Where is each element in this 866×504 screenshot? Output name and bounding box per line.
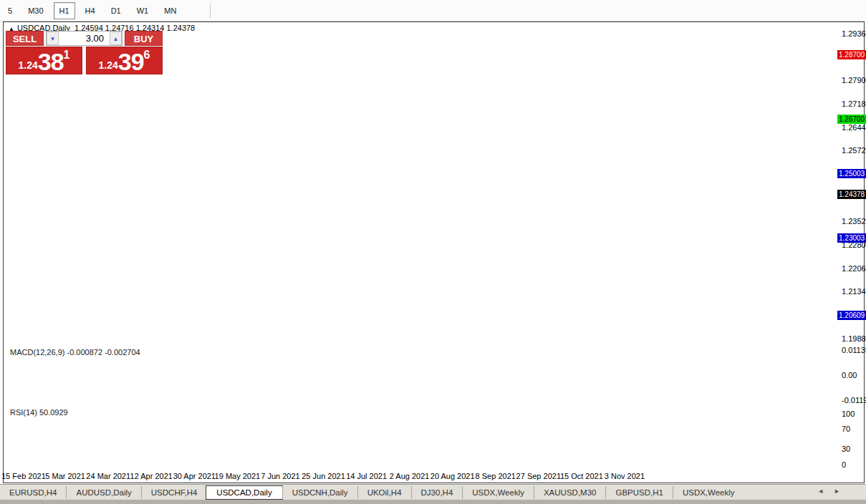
volume-increase-button[interactable]: ▲ <box>110 32 122 45</box>
volume-stepper: ▼ 3.00 ▲ <box>46 31 122 46</box>
date-tick-label: 3 Nov 2021 <box>605 472 645 480</box>
timeframe-button-h4[interactable]: H4 <box>80 2 101 19</box>
sell-price-sup: 1 <box>64 47 70 62</box>
mt4-window: 5M30H1H4D1W1MN ▲USDCAD,Daily 1.24594 1.2… <box>0 0 866 504</box>
current-price-tag: 1.24378 <box>837 190 866 199</box>
price-tick-label: 1.25720 <box>842 146 866 155</box>
macd-tick-label: -0.011904 <box>842 396 866 404</box>
chart-tab-eurusd-h4[interactable]: EURUSD,H4 <box>0 486 66 499</box>
buy-price-prefix: 1.24 <box>99 59 118 74</box>
rsi-tick-label: 70 <box>842 425 850 433</box>
price-level-tag-1.25003: 1.25003 <box>837 169 866 178</box>
macd-tick-label: 0.01135 <box>842 346 866 354</box>
timeframe-toolbar: 5M30H1H4D1W1MN <box>0 0 866 21</box>
timeframe-button-w1[interactable]: W1 <box>131 2 155 19</box>
sell-button[interactable]: SELL <box>6 31 44 46</box>
timeframe-button-h1[interactable]: H1 <box>54 2 75 19</box>
timeframe-button-5[interactable]: 5 <box>2 2 18 19</box>
date-tick-label: 24 Mar 2021 <box>86 472 130 480</box>
sell-price[interactable]: 1.24381 <box>6 47 82 74</box>
rsi-tick-label: 30 <box>842 445 850 453</box>
chart-tab-usdchf-h4[interactable]: USDCHF,H4 <box>141 486 207 499</box>
rsi-tick-label: 0 <box>842 460 846 469</box>
price-tick-label: 1.26440 <box>842 123 866 132</box>
chart-tab-usdx-weekly[interactable]: USDX,Weekly <box>673 486 744 499</box>
price-tick-label: 1.22060 <box>842 264 866 273</box>
macd-tick-label: 0.00 <box>842 371 857 379</box>
buy-button[interactable]: BUY <box>125 31 163 46</box>
chart-tab-usdcnh-daily[interactable]: USDCNH,Daily <box>282 486 357 499</box>
date-tick-label: 15 Feb 2021 <box>1 472 46 480</box>
status-strip <box>0 500 866 504</box>
price-tick-label: 1.27180 <box>842 100 866 108</box>
date-tick-label: 27 Sep 2021 <box>516 472 561 480</box>
date-tick-label: 19 May 2021 <box>215 472 261 480</box>
price-tick-label: 1.19880 <box>842 334 866 343</box>
date-tick-label: 5 Mar 2021 <box>45 472 85 480</box>
price-level-tag-1.20609: 1.20609 <box>837 311 866 320</box>
price-tick-label: 1.29360 <box>842 29 866 38</box>
date-tick-label: 12 Apr 2021 <box>130 472 173 480</box>
chart-tab-usdcad-daily[interactable]: USDCAD,Daily <box>206 485 282 500</box>
buy-price-sup: 6 <box>144 47 150 62</box>
sell-price-prefix: 1.24 <box>19 59 38 74</box>
date-tick-label: 20 Aug 2021 <box>430 472 475 480</box>
price-tick-label: 1.21340 <box>842 287 866 296</box>
price-level-tag-1.23003: 1.23003 <box>837 233 866 243</box>
timeframe-button-m30[interactable]: M30 <box>22 2 49 19</box>
price-tick-label: 1.27900 <box>842 76 866 84</box>
chart-window <box>3 21 865 483</box>
chart-tab-xauusd-m30[interactable]: XAUUSD,M30 <box>534 486 606 499</box>
chart-tab-ukoil-h4[interactable]: UKOil,H4 <box>357 486 411 499</box>
buy-price-big: 39 <box>118 49 144 74</box>
price-level-tag-1.28700: 1.28700 <box>837 50 866 59</box>
tab-scroll-arrows: ◄► <box>817 488 850 495</box>
date-tick-label: 30 Apr 2021 <box>173 472 216 480</box>
rsi-tick-label: 100 <box>842 410 855 418</box>
chart-tab-usdx-weekly[interactable]: USDX,Weekly <box>462 486 534 499</box>
chart-tab-bar: EURUSD,H4AUDUSD,DailyUSDCHF,H4USDCAD,Dai… <box>0 484 866 500</box>
volume-value[interactable]: 3.00 <box>59 32 110 45</box>
timeframe-button-mn[interactable]: MN <box>158 2 182 19</box>
chart-tab-audusd-daily[interactable]: AUDUSD,Daily <box>66 486 140 499</box>
date-tick-label: 14 Jul 2021 <box>346 472 387 480</box>
date-tick-label: 8 Sep 2021 <box>476 472 516 480</box>
price-tick-label: 1.23520 <box>842 217 866 226</box>
rsi-indicator-label: RSI(14) 50.0929 <box>10 408 68 417</box>
chart-tab-gbpusd-h1[interactable]: GBPUSD,H1 <box>605 486 672 499</box>
timeframe-button-d1[interactable]: D1 <box>105 2 127 19</box>
sell-price-big: 38 <box>38 49 64 74</box>
date-tick-label: 15 Oct 2021 <box>560 472 603 480</box>
chart-tab-dj30-h4[interactable]: DJ30,H4 <box>411 486 463 499</box>
one-click-trading-panel: SELL ▼ 3.00 ▲ BUY 1.24381 1.24396 <box>6 31 163 75</box>
toolbar-separator <box>210 4 211 18</box>
macd-indicator-label: MACD(12,26,9) -0.000872 -0.002704 <box>10 348 140 357</box>
tab-scroll-left-icon[interactable]: ◄ <box>817 488 834 495</box>
volume-decrease-button[interactable]: ▼ <box>47 32 59 45</box>
buy-price[interactable]: 1.24396 <box>86 47 163 74</box>
tab-scroll-right-icon[interactable]: ► <box>834 488 850 495</box>
price-level-tag-1.26700: 1.26700 <box>837 115 866 124</box>
date-tick-label: 25 Jun 2021 <box>302 472 345 480</box>
date-tick-label: 7 Jun 2021 <box>261 472 299 480</box>
date-tick-label: 2 Aug 2021 <box>390 472 430 480</box>
